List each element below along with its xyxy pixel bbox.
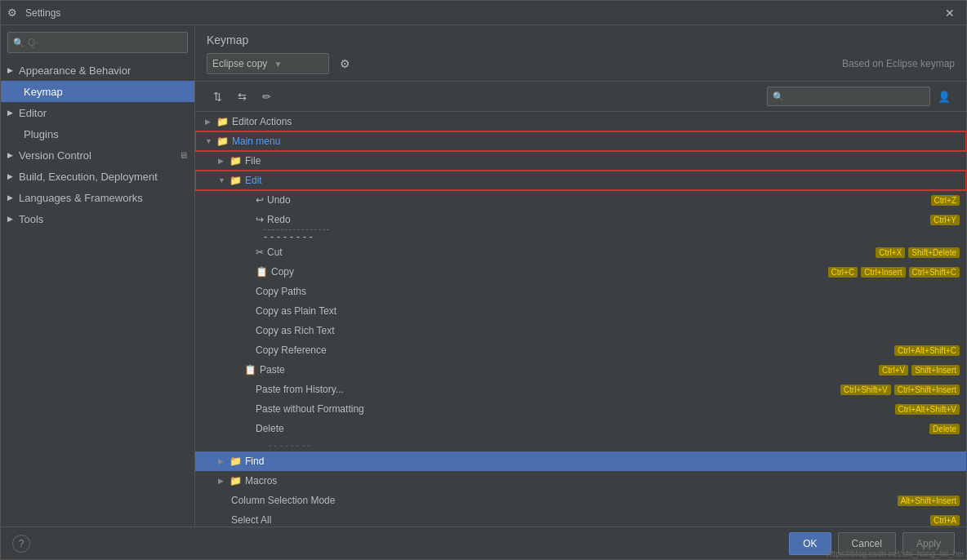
tree-row[interactable]: ▼ 📁 Main menu — [195, 131, 966, 151]
row-label: Copy as Rich Text — [256, 325, 335, 336]
tree-row[interactable]: ▶ 📁 Macros — [195, 471, 966, 491]
tree-row[interactable]: ▶ 📁 File — [195, 151, 966, 171]
sidebar-item-plugins[interactable]: Plugins — [1, 123, 194, 144]
sidebar-item-tools[interactable]: ▶ Tools — [1, 208, 194, 229]
tree-row[interactable]: ✂ Cut Ctrl+X Shift+Delete — [195, 242, 966, 262]
shortcuts: Ctrl+Shift+V Ctrl+Shift+Insert — [840, 384, 960, 395]
keymap-actions-bar: ⇅ ⇆ ✏ 🔍 👤 — [195, 82, 966, 112]
tree-row[interactable]: 📋 Paste Ctrl+V Shift+Insert — [195, 360, 966, 380]
separator-row: - - - - - - - - — [195, 438, 966, 451]
tree-row[interactable]: ▶ 📁 Find — [195, 451, 966, 471]
folder-icon: 📁 — [229, 456, 242, 467]
help-button[interactable]: ? — [12, 535, 30, 553]
search-icon: 🔍 — [773, 91, 784, 102]
row-label: Redo — [267, 214, 291, 225]
shortcuts: Ctrl+Z — [931, 195, 960, 206]
main-panel: Keymap Eclipse copy ▼ ⚙ Based on Eclipse… — [195, 25, 966, 527]
shortcuts: Ctrl+Alt+Shift+C — [894, 345, 960, 356]
sidebar: 🔍 Q- ▶ Appearance & Behavior Keymap ▶ Ed… — [1, 25, 195, 527]
settings-window: ⚙ Settings ✕ 🔍 Q- ▶ Appearance & Behavio… — [0, 0, 967, 560]
sidebar-item-keymap[interactable]: Keymap — [1, 81, 194, 102]
shortcut-badge: Alt+Shift+Insert — [898, 496, 960, 506]
sidebar-item-editor[interactable]: ▶ Editor — [1, 102, 194, 123]
sidebar-item-build[interactable]: ▶ Build, Execution, Deployment — [1, 166, 194, 187]
shortcuts: Ctrl+A — [930, 515, 960, 526]
copy-icon: 📋 — [256, 266, 268, 278]
row-label: Main menu — [232, 136, 280, 147]
settings-icon: ⚙ — [7, 7, 20, 20]
tree-row[interactable]: Select All Ctrl+A — [195, 510, 966, 527]
tree-row[interactable]: ↩ Undo Ctrl+Z — [195, 190, 966, 210]
folder-icon: 📁 — [229, 475, 242, 487]
search-icon: 🔍 — [13, 38, 25, 48]
arrow-icon: ▶ — [7, 172, 17, 180]
folder-icon: 📁 — [229, 175, 242, 186]
tree-row[interactable]: Paste from History... Ctrl+Shift+V Ctrl+… — [195, 380, 966, 399]
shortcut-badge: Ctrl+Z — [931, 195, 960, 206]
tree-row[interactable]: ▶ 📁 Editor Actions — [195, 112, 966, 131]
keymap-scheme-dropdown[interactable]: Eclipse copy ▼ — [207, 53, 329, 74]
content-area: 🔍 Q- ▶ Appearance & Behavior Keymap ▶ Ed… — [1, 25, 966, 527]
gear-button[interactable]: ⚙ — [334, 53, 355, 74]
tree-row[interactable]: ↪ Redo Ctrl+Y — [195, 210, 966, 229]
folder-icon: 📁 — [216, 136, 229, 147]
close-button[interactable]: ✕ — [940, 3, 960, 23]
sidebar-item-appearance[interactable]: ▶ Appearance & Behavior — [1, 60, 194, 81]
ok-button[interactable]: OK — [789, 532, 831, 555]
tree-row[interactable]: 📋 Copy Ctrl+C Ctrl+Insert Ctrl+Shift+C — [195, 262, 966, 282]
tree-row[interactable]: Copy as Rich Text — [195, 321, 966, 340]
tree-row[interactable]: Copy Paths — [195, 282, 966, 301]
shortcut-badge: Ctrl+Shift+C — [909, 267, 960, 278]
row-label: Macros — [245, 475, 277, 487]
vcs-icon: 🖥 — [179, 150, 188, 160]
sidebar-item-label: Plugins — [24, 128, 59, 140]
tree-cell: ▶ 📁 Editor Actions — [195, 116, 960, 127]
cut-icon: ✂ — [256, 247, 264, 258]
collapse-all-button[interactable]: ⇆ — [231, 87, 252, 105]
row-label: Copy Reference — [256, 344, 327, 356]
tree-row[interactable]: Paste without Formatting Ctrl+Alt+Shift+… — [195, 399, 966, 419]
separator-line: - - - - - - - - — [264, 229, 329, 242]
separator-row: - - - - - - - - — [195, 229, 966, 242]
shortcuts: Ctrl+X Shift+Delete — [876, 247, 960, 258]
expand-icon: ▶ — [218, 157, 229, 165]
row-label: Select All — [231, 514, 271, 526]
tree-cell: ↩ Undo — [195, 194, 931, 206]
sidebar-item-label: Editor — [19, 107, 47, 119]
find-button[interactable]: 👤 — [934, 87, 955, 105]
shortcut-badge: Ctrl+Shift+V — [840, 384, 891, 395]
tree-search-input[interactable] — [787, 91, 918, 102]
arrow-icon: ▶ — [7, 215, 17, 223]
sidebar-item-version-control[interactable]: ▶ Version Control 🖥 — [1, 144, 194, 166]
expand-icon: ▶ — [218, 477, 229, 485]
tree-row[interactable]: Delete Delete — [195, 419, 966, 438]
arrow-icon: ▶ — [7, 193, 17, 202]
redo-icon: ↪ — [256, 214, 264, 225]
tree-row[interactable]: Copy as Plain Text — [195, 301, 966, 321]
tree-search-box[interactable]: 🔍 — [767, 87, 930, 106]
dropdown-value: Eclipse copy — [212, 58, 267, 69]
shortcuts: Ctrl+V Shift+Insert — [879, 365, 960, 376]
shortcuts: Ctrl+Alt+Shift+V — [895, 404, 960, 415]
row-label: Undo — [267, 194, 291, 206]
sidebar-item-label: Version Control — [19, 149, 91, 162]
tree-cell: Paste without Formatting — [195, 403, 895, 415]
row-label: Cut — [267, 247, 283, 258]
row-label: Editor Actions — [232, 116, 292, 127]
row-label: Paste — [260, 364, 285, 376]
expand-icon: ▶ — [205, 118, 216, 126]
tree-cell: Copy Paths — [195, 286, 960, 297]
sidebar-item-label: Languages & Frameworks — [19, 192, 143, 204]
tree-row[interactable]: ▼ 📁 Edit — [195, 171, 966, 190]
sidebar-item-languages[interactable]: ▶ Languages & Frameworks — [1, 187, 194, 208]
tree-row[interactable]: Column Selection Mode Alt+Shift+Insert — [195, 491, 966, 510]
row-label: Paste without Formatting — [256, 403, 364, 415]
edit-button[interactable]: ✏ — [256, 87, 277, 105]
keymap-toolbar: Eclipse copy ▼ ⚙ Based on Eclipse keymap — [207, 53, 955, 74]
tree-cell: Column Selection Mode — [195, 495, 898, 506]
sidebar-search[interactable]: 🔍 Q- — [7, 32, 188, 53]
expand-all-button[interactable]: ⇅ — [207, 87, 228, 105]
based-on-label: Based on Eclipse keymap — [842, 58, 955, 69]
row-label: Copy — [271, 266, 294, 278]
tree-row[interactable]: Copy Reference Ctrl+Alt+Shift+C — [195, 340, 966, 360]
